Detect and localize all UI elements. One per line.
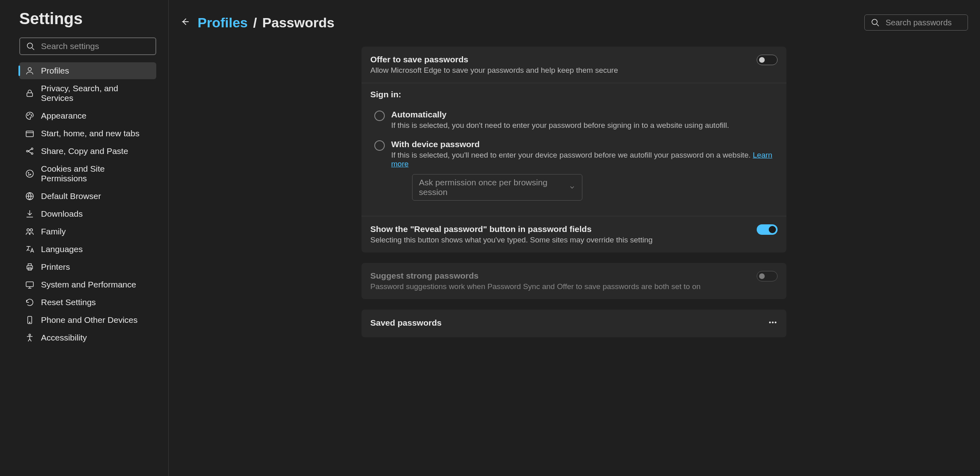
nav-appearance[interactable]: Appearance xyxy=(19,107,156,124)
offer-save-toggle[interactable] xyxy=(757,55,778,65)
svg-line-1 xyxy=(32,48,34,50)
svg-point-28 xyxy=(775,322,776,323)
nav-label: Appearance xyxy=(41,111,86,121)
nav-label: Reset Settings xyxy=(41,298,96,307)
more-actions-button[interactable] xyxy=(768,318,778,329)
search-icon xyxy=(26,41,35,51)
nav-share[interactable]: Share, Copy and Paste xyxy=(19,143,156,160)
radio-auto-desc: If this is selected, you don't need to e… xyxy=(391,121,729,130)
nav-label: Family xyxy=(41,227,66,236)
radio-automatically[interactable]: Automatically If this is selected, you d… xyxy=(370,107,778,136)
nav-family[interactable]: Family xyxy=(19,223,156,240)
svg-point-9 xyxy=(31,148,33,150)
chevron-down-icon xyxy=(569,184,576,191)
nav-cookies[interactable]: Cookies and Site Permissions xyxy=(19,160,156,187)
nav-reset[interactable]: Reset Settings xyxy=(19,294,156,311)
breadcrumb: Profiles / Passwords xyxy=(198,15,857,31)
nav-system[interactable]: System and Performance xyxy=(19,276,156,293)
suggest-desc: Password suggestions work when Password … xyxy=(370,282,749,291)
svg-point-0 xyxy=(27,43,33,48)
nav-label: Printers xyxy=(41,262,70,272)
nav-label: Share, Copy and Paste xyxy=(41,146,128,156)
search-passwords-input[interactable] xyxy=(886,18,980,27)
nav-start[interactable]: Start, home, and new tabs xyxy=(19,125,156,142)
signin-section: Sign in: Automatically If this is select… xyxy=(361,83,786,216)
breadcrumb-current: Passwords xyxy=(262,15,335,30)
offer-save-title: Offer to save passwords xyxy=(370,55,749,64)
saved-passwords-card: Saved passwords xyxy=(361,310,786,337)
nav-phone[interactable]: Phone and Other Devices xyxy=(19,312,156,328)
download-icon xyxy=(25,209,35,219)
reset-icon xyxy=(25,298,35,307)
share-icon xyxy=(25,146,35,156)
nav-label: Privacy, Search, and Services xyxy=(41,84,151,103)
svg-point-4 xyxy=(28,115,29,116)
back-button[interactable] xyxy=(180,16,190,29)
signin-heading: Sign in: xyxy=(370,90,778,99)
search-settings-input[interactable] xyxy=(41,41,150,51)
nav-label: Start, home, and new tabs xyxy=(41,129,139,138)
svg-rect-7 xyxy=(26,131,33,137)
svg-point-22 xyxy=(29,322,30,323)
search-icon xyxy=(870,18,880,27)
svg-point-26 xyxy=(769,322,771,323)
header-row: Profiles / Passwords xyxy=(180,14,968,31)
offer-save-card: Offer to save passwords Allow Microsoft … xyxy=(361,47,786,252)
breadcrumb-separator: / xyxy=(253,15,257,30)
saved-passwords-title: Saved passwords xyxy=(370,318,441,328)
nav-label: Accessibility xyxy=(41,333,87,343)
suggest-card: Suggest strong passwords Password sugges… xyxy=(361,263,786,299)
search-settings-box[interactable] xyxy=(19,37,156,55)
nav-downloads[interactable]: Downloads xyxy=(19,205,156,222)
nav-label: Default Browser xyxy=(41,191,101,201)
svg-point-13 xyxy=(30,174,31,175)
svg-rect-20 xyxy=(26,282,33,287)
suggest-toggle xyxy=(757,271,778,281)
phone-icon xyxy=(25,315,35,325)
dropdown-value: Ask permission once per browsing session xyxy=(419,178,569,197)
reveal-title: Show the "Reveal password" button in pas… xyxy=(370,224,749,234)
nav-default-browser[interactable]: Default Browser xyxy=(19,188,156,205)
search-passwords-box[interactable] xyxy=(864,14,968,31)
svg-point-27 xyxy=(772,322,774,323)
suggest-title: Suggest strong passwords xyxy=(370,271,749,281)
cookie-icon xyxy=(25,169,35,178)
nav-privacy[interactable]: Privacy, Search, and Services xyxy=(19,80,156,107)
nav-label: Cookies and Site Permissions xyxy=(41,164,151,183)
system-icon xyxy=(25,280,35,289)
svg-point-16 xyxy=(27,229,29,231)
reveal-desc: Selecting this button shows what you've … xyxy=(370,236,749,244)
printer-icon xyxy=(25,262,35,272)
permission-frequency-dropdown[interactable]: Ask permission once per browsing session xyxy=(412,174,582,201)
tabs-icon xyxy=(25,129,35,138)
radio-button[interactable] xyxy=(374,111,385,121)
nav-label: Profiles xyxy=(41,66,69,76)
svg-point-8 xyxy=(27,150,28,152)
breadcrumb-profiles-link[interactable]: Profiles xyxy=(198,15,248,30)
main-content: Profiles / Passwords Offer to save passw… xyxy=(169,0,980,476)
nav-label: Languages xyxy=(41,244,83,254)
accessibility-icon xyxy=(25,333,35,343)
browser-icon xyxy=(25,191,35,201)
svg-point-2 xyxy=(28,68,31,71)
nav-printers[interactable]: Printers xyxy=(19,259,156,275)
svg-point-5 xyxy=(29,114,30,115)
svg-point-24 xyxy=(872,19,877,25)
svg-rect-18 xyxy=(27,266,33,269)
reveal-toggle[interactable] xyxy=(757,224,778,235)
nav-languages[interactable]: Languages xyxy=(19,241,156,258)
svg-point-17 xyxy=(30,229,33,231)
nav-accessibility[interactable]: Accessibility xyxy=(19,329,156,346)
radio-button[interactable] xyxy=(374,140,385,151)
svg-point-10 xyxy=(31,153,33,154)
family-icon xyxy=(25,227,35,236)
settings-nav: Profiles Privacy, Search, and Services A… xyxy=(19,62,156,346)
lock-icon xyxy=(25,88,35,98)
radio-device-label: With device password xyxy=(391,140,778,149)
nav-profiles[interactable]: Profiles xyxy=(19,62,156,79)
svg-point-6 xyxy=(31,115,32,116)
profile-icon xyxy=(25,66,35,76)
svg-rect-3 xyxy=(27,93,33,96)
radio-device-password[interactable]: With device password If this is selected… xyxy=(370,136,778,207)
app-title: Settings xyxy=(19,10,156,28)
